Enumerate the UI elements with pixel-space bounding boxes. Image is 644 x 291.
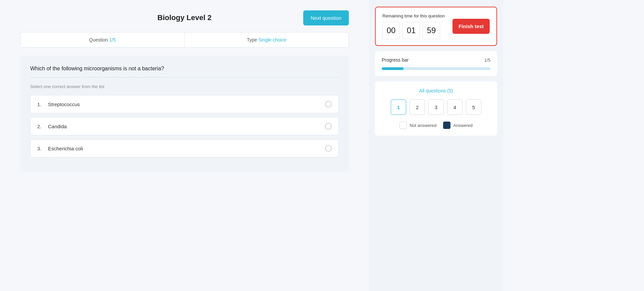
radio-2[interactable] — [325, 123, 332, 130]
right-panel: Remaining time for this question 00 01 5… — [369, 0, 503, 291]
question-nav-2[interactable]: 2 — [410, 99, 425, 115]
answer-option-3[interactable]: 3. Escherichia coli — [30, 139, 339, 157]
progress-fraction: 1/5 — [484, 58, 490, 63]
left-panel: Biology Level 2 Next question Question 1… — [0, 0, 369, 291]
progress-bar-fill — [382, 67, 404, 70]
question-nav-4[interactable]: 4 — [447, 99, 463, 115]
option-number-3: 3. — [37, 146, 45, 151]
timer-minutes: 01 — [402, 22, 420, 39]
option-number-2: 2. — [37, 124, 45, 129]
option-number-1: 1. — [37, 101, 45, 107]
header: Biology Level 2 Next question — [20, 13, 349, 22]
question-label: Question — [89, 37, 108, 43]
next-question-button[interactable]: Next question — [303, 10, 349, 25]
option-text-2: Candida — [48, 124, 67, 129]
type-value: Single choice — [258, 37, 286, 43]
radio-3[interactable] — [325, 145, 332, 152]
progress-label: Progress bar — [382, 57, 409, 63]
question-nav-1[interactable]: 1 — [391, 99, 406, 115]
question-nav-5[interactable]: 5 — [466, 99, 481, 115]
question-progress: 1/5 — [109, 37, 115, 43]
timer-seconds: 59 — [423, 22, 440, 39]
timer-digits: 00 01 59 — [382, 22, 445, 39]
not-answered-label: Not answered — [410, 123, 436, 128]
option-text-1: Streptococcus — [48, 101, 80, 107]
question-card: Which of the following microorganisms is… — [20, 56, 349, 171]
question-nav-3[interactable]: 3 — [428, 99, 444, 115]
instruction-text: Select one correct answer from the list — [30, 84, 339, 89]
answered-label: Answered — [453, 123, 473, 128]
questions-nav-card: All questions (5) 1 2 3 4 5 Not answered… — [375, 81, 497, 136]
progress-bar-track — [382, 67, 490, 70]
answer-option-1[interactable]: 1. Streptococcus — [30, 95, 339, 113]
timer-label: Remaining time for this question — [382, 13, 445, 18]
question-numbers: 1 2 3 4 5 — [382, 99, 490, 115]
question-text: Which of the following microorganisms is… — [30, 66, 339, 77]
not-answered-box — [399, 122, 407, 129]
question-number-section: Question 1/5 — [20, 32, 185, 47]
finish-test-button[interactable]: Finish test — [452, 19, 490, 34]
answer-option-2[interactable]: 2. Candida — [30, 117, 339, 135]
answered-legend: Answered — [443, 122, 473, 129]
option-text-3: Escherichia coli — [48, 146, 83, 151]
type-label: Type — [247, 37, 257, 43]
radio-1[interactable] — [325, 101, 332, 107]
timer-hours: 00 — [382, 22, 400, 39]
legend: Not answered Answered — [382, 122, 490, 129]
question-meta-bar: Question 1/5 Type Single choice — [20, 32, 349, 48]
not-answered-legend: Not answered — [399, 122, 436, 129]
question-type-section: Type Single choice — [185, 32, 349, 47]
progress-card: Progress bar 1/5 — [375, 51, 497, 76]
all-questions-label: All questions (5) — [382, 88, 490, 93]
page-title: Biology Level 2 — [157, 13, 211, 22]
answered-box — [443, 122, 450, 129]
timer-card: Remaining time for this question 00 01 5… — [375, 7, 497, 46]
